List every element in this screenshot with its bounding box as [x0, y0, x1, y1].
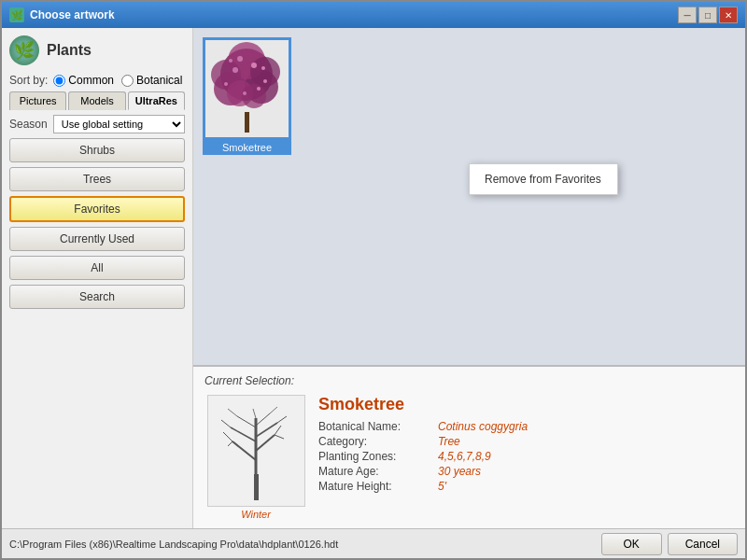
svg-point-8 [242, 84, 266, 108]
svg-point-13 [243, 91, 247, 95]
title-bar: 🌿 Choose artwork ─ □ ✕ [2, 2, 745, 28]
sidebar-header: 🌿 Plants [9, 35, 185, 65]
window-title: Choose artwork [30, 8, 115, 21]
sort-row: Sort by: Common Botanical [9, 74, 185, 87]
winter-tree-svg [214, 399, 298, 502]
zones-value: 4,5,6,7,8,9 [438, 450, 491, 463]
remove-favorites-item[interactable]: Remove from Favorites [470, 168, 617, 190]
detail-category-row: Category: Tree [318, 435, 734, 448]
sort-common-radio[interactable] [53, 75, 65, 87]
sort-common-label: Common [68, 74, 114, 87]
detail-age-row: Mature Age: 30 years [318, 465, 734, 478]
title-bar-left: 🌿 Choose artwork [9, 7, 115, 22]
svg-line-34 [253, 409, 256, 418]
season-select[interactable]: Use global setting Spring Summer Fall Wi… [53, 115, 185, 133]
nav-all-button[interactable]: All [9, 256, 185, 280]
sort-botanical-radio[interactable] [121, 75, 134, 87]
window-controls: ─ □ ✕ [678, 7, 738, 23]
svg-line-33 [270, 407, 277, 413]
sort-botanical-label: Botanical [136, 74, 182, 87]
svg-line-32 [228, 409, 237, 416]
smoketree-svg [207, 42, 287, 135]
smoketree-image[interactable] [203, 37, 291, 140]
svg-point-16 [261, 66, 265, 70]
tab-ultrares[interactable]: UltraRes [128, 91, 185, 110]
category-value: Tree [438, 435, 460, 448]
sort-botanical-option[interactable]: Botanical [121, 74, 182, 87]
detail-botanical-row: Botanical Name: Cotinus coggygria [318, 420, 734, 433]
svg-point-11 [224, 82, 228, 86]
svg-line-26 [223, 432, 233, 441]
nav-trees-button[interactable]: Trees [9, 167, 185, 191]
sidebar: 🌿 Plants Sort by: Common Botanical [2, 28, 193, 528]
category-label: Category: [318, 435, 430, 448]
svg-rect-18 [254, 474, 259, 500]
botanical-value: Cotinus coggygria [438, 420, 528, 433]
ok-button[interactable]: OK [601, 533, 662, 555]
plants-icon: 🌿 [9, 35, 39, 65]
nav-currently-used-button[interactable]: Currently Used [9, 227, 185, 251]
svg-line-22 [231, 427, 256, 441]
nav-search-button[interactable]: Search [9, 285, 185, 309]
svg-rect-0 [245, 112, 249, 133]
content-area: Smoketree Remove from Favorites Current … [193, 28, 745, 528]
svg-line-29 [275, 435, 284, 439]
svg-line-24 [237, 416, 256, 427]
window-icon: 🌿 [9, 7, 24, 22]
artwork-smoketree[interactable]: Smoketree [203, 37, 291, 155]
sidebar-title: Plants [47, 42, 92, 59]
main-content: 🌿 Plants Sort by: Common Botanical [2, 28, 745, 528]
sort-radio-group: Common Botanical [53, 74, 182, 87]
tab-models[interactable]: Models [68, 91, 125, 110]
status-bar: C:\Program Files (x86)\Realtime Landscap… [2, 528, 745, 558]
status-path: C:\Program Files (x86)\Realtime Landscap… [9, 539, 338, 550]
detail-panel: Current Selection: [193, 365, 745, 528]
maximize-button[interactable]: □ [698, 7, 717, 23]
svg-line-30 [221, 420, 231, 427]
detail-plant-name: Smoketree [318, 395, 734, 414]
svg-point-14 [257, 87, 261, 91]
detail-height-row: Mature Height: 5' [318, 480, 734, 493]
nav-shrubs-button[interactable]: Shrubs [9, 138, 185, 162]
svg-line-31 [277, 416, 287, 423]
tab-row: Pictures Models UltraRes [9, 91, 185, 110]
detail-season-label: Winter [241, 509, 271, 520]
tab-pictures[interactable]: Pictures [9, 91, 66, 110]
height-label: Mature Height: [318, 480, 430, 493]
season-label: Season [9, 118, 48, 131]
svg-point-9 [233, 67, 238, 73]
detail-image [207, 395, 305, 507]
cancel-button[interactable]: Cancel [668, 533, 738, 555]
age-label: Mature Age: [318, 465, 430, 478]
svg-point-17 [229, 59, 233, 63]
minimize-button[interactable]: ─ [678, 7, 697, 23]
svg-line-27 [228, 441, 233, 446]
svg-line-21 [256, 435, 275, 451]
context-menu: Remove from Favorites [469, 163, 618, 195]
close-button[interactable]: ✕ [719, 7, 738, 23]
svg-point-15 [237, 56, 243, 62]
season-row: Season Use global setting Spring Summer … [9, 115, 185, 133]
zones-label: Planting Zones: [318, 450, 430, 463]
detail-body: Winter Smoketree Botanical Name: Cotinus… [204, 395, 734, 521]
status-buttons: OK Cancel [601, 533, 738, 555]
botanical-label: Botanical Name: [318, 420, 430, 433]
svg-point-12 [263, 79, 267, 83]
svg-line-20 [233, 441, 256, 460]
detail-zones-row: Planting Zones: 4,5,6,7,8,9 [318, 450, 734, 463]
sort-common-option[interactable]: Common [53, 74, 114, 87]
age-value: 30 years [438, 465, 481, 478]
smoketree-label: Smoketree [203, 140, 291, 155]
choose-artwork-window: 🌿 Choose artwork ─ □ ✕ 🌿 Plants Sort by: [0, 0, 747, 560]
height-value: 5' [438, 480, 446, 493]
nav-favorites-button[interactable]: Favorites [9, 196, 185, 222]
artwork-grid[interactable]: Smoketree Remove from Favorites [193, 28, 745, 365]
detail-image-container: Winter [204, 395, 307, 521]
svg-line-28 [275, 426, 281, 435]
svg-point-10 [251, 63, 257, 68]
current-selection-label: Current Selection: [204, 374, 734, 387]
svg-line-25 [256, 413, 270, 426]
detail-info: Smoketree Botanical Name: Cotinus coggyg… [318, 395, 734, 521]
winter-tree-container [208, 396, 304, 506]
sort-label: Sort by: [9, 74, 48, 87]
